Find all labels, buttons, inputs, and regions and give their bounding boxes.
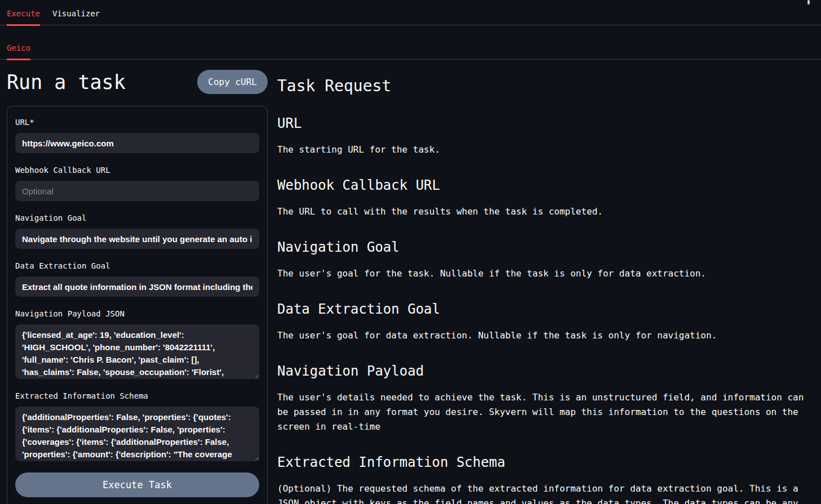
url-field-label: URL* bbox=[15, 118, 259, 127]
run-task-panel: Run a task Copy cURL URL* Webhook Callba… bbox=[7, 70, 268, 504]
page-title: Run a task bbox=[7, 71, 126, 93]
extracted-schema-textarea[interactable]: {'additionalProperties': False, 'propert… bbox=[15, 407, 259, 461]
execute-task-button[interactable]: Execute Task bbox=[15, 472, 259, 497]
app-window: Execute Visualizer Geico Run a task Copy… bbox=[0, 0, 821, 504]
doc-body-webhook: The URL to call with the results when th… bbox=[277, 204, 807, 219]
doc-heading-navigation-payload: Navigation Payload bbox=[277, 363, 807, 379]
doc-body-extracted-schema: (Optional) The requested schema of the e… bbox=[277, 481, 807, 504]
navigation-goal-label: Navigation Goal bbox=[15, 213, 259, 222]
data-extraction-goal-label: Data Extraction Goal bbox=[15, 261, 259, 270]
webhook-field-label: Webhook Callback URL bbox=[15, 166, 259, 175]
doc-heading-webhook: Webhook Callback URL bbox=[277, 177, 807, 193]
docs-title: Task Request bbox=[277, 77, 807, 95]
navigation-payload-textarea[interactable]: {'licensed_at_age': 19, 'education_level… bbox=[15, 324, 259, 379]
url-input[interactable] bbox=[15, 133, 259, 153]
navigation-payload-label: Navigation Payload JSON bbox=[15, 309, 259, 318]
doc-heading-navigation-goal: Navigation Goal bbox=[277, 239, 807, 255]
task-request-docs: Task Request URL The starting URL for th… bbox=[277, 70, 807, 504]
page-scrollbar-thumb[interactable] bbox=[807, 0, 810, 5]
task-form-card: URL* Webhook Callback URL Navigation Goa… bbox=[7, 106, 268, 504]
doc-body-navigation-payload: The user's details needed to achieve the… bbox=[277, 390, 807, 434]
data-extraction-goal-input[interactable] bbox=[15, 276, 259, 297]
doc-heading-extracted-schema: Extracted Information Schema bbox=[277, 454, 807, 470]
doc-body-data-extraction-goal: The user's goal for data extraction. Nul… bbox=[277, 328, 807, 343]
run-task-header: Run a task Copy cURL bbox=[7, 70, 268, 94]
sub-tabbar: Geico bbox=[0, 34, 821, 60]
tab-visualizer[interactable]: Visualizer bbox=[52, 9, 100, 26]
extracted-schema-label: Extracted Information Schema bbox=[15, 391, 259, 400]
doc-heading-data-extraction-goal: Data Extraction Goal bbox=[277, 301, 807, 317]
doc-body-navigation-goal: The user's goal for the task. Nullable i… bbox=[277, 266, 807, 281]
tab-geico[interactable]: Geico bbox=[7, 43, 30, 60]
doc-body-url: The starting URL for the task. bbox=[277, 142, 807, 157]
doc-heading-url: URL bbox=[277, 115, 807, 131]
webhook-callback-url-input[interactable] bbox=[15, 181, 259, 201]
tab-execute[interactable]: Execute bbox=[7, 9, 40, 26]
main-content: Run a task Copy cURL URL* Webhook Callba… bbox=[0, 60, 821, 504]
copy-curl-button[interactable]: Copy cURL bbox=[197, 70, 268, 94]
navigation-goal-input[interactable] bbox=[15, 229, 259, 249]
main-tabbar: Execute Visualizer bbox=[0, 0, 821, 25]
